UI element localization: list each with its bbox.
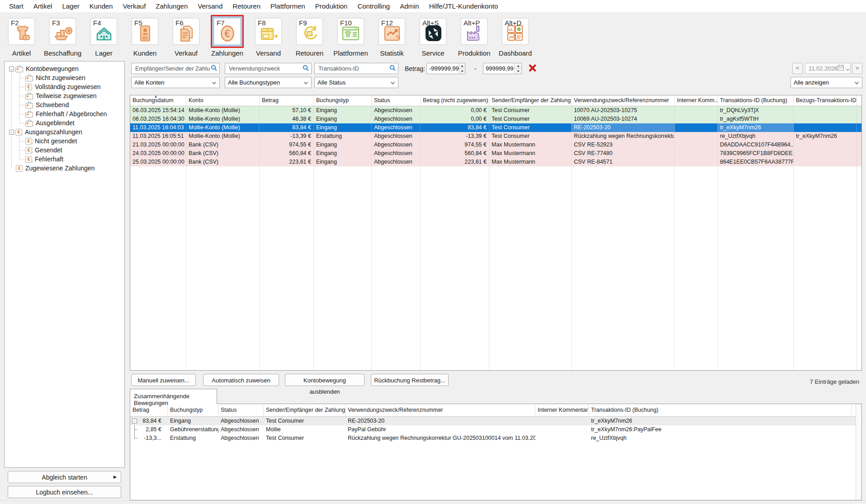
kontobewegung-ausblenden-button[interactable]: Kontobewegung ausblenden [285, 374, 364, 386]
related-column-header-sender-empfänger-der-zahlung[interactable]: Sender/Empfänger der Zahlung [264, 405, 345, 416]
toolbar-button-artikel[interactable]: F2Artikel [1, 12, 42, 57]
related-column-header-interner-kommentar[interactable]: Interner Kommentar [535, 405, 589, 416]
toolbar-button-produktion[interactable]: Alt+PProduktion [454, 12, 495, 57]
toolbar-button-plattformen[interactable]: F10Plattformen [330, 12, 371, 57]
payment-row[interactable]: 25.03.2025 00:00:00Bank (CSV)223,61 €Ein… [130, 158, 861, 166]
anzeigen-dropdown[interactable]: Alle anzeigen [790, 77, 862, 88]
search-verwendungszweck-field[interactable] [225, 63, 312, 74]
tab-zusammenhaengende-bewegungen[interactable]: Zusammenhängende Bewegungen [130, 389, 217, 404]
menu-item-zahlungen[interactable]: Zahlungen [151, 2, 193, 10]
tree-expander[interactable]: - [132, 417, 138, 425]
column-header-bezugs-transaktions-id[interactable]: Bezugs-Transaktions-ID [794, 95, 857, 106]
stepper-down-icon[interactable] [459, 69, 465, 74]
tree-item-fehlerhaft[interactable]: €→Fehlerhaft [5, 155, 124, 164]
menu-item-kunden[interactable]: Kunden [85, 2, 118, 10]
payment-row[interactable]: 06.03.2025 16:04:30Mollie-Konto (Mollie)… [130, 115, 861, 123]
konten-dropdown[interactable]: Alle Konten [131, 77, 220, 88]
tree-item-schwebend[interactable]: Schwebend [5, 100, 124, 109]
manuell-zuweisen-button[interactable]: Manuell zuweisen... [131, 374, 196, 386]
column-header-verwendungszweck-referenznummer[interactable]: Verwendungszweck/Referenznummer [572, 95, 675, 106]
abgleich-starten-button[interactable]: Abgleich starten ▶ [8, 471, 121, 483]
search-transaktions-id-field[interactable] [314, 63, 398, 74]
column-header-konto[interactable]: Konto [186, 95, 260, 106]
payment-row[interactable]: 11.03.2025 16:04:03Mollie-Konto (Mollie)… [130, 123, 861, 132]
betrag-min-stepper[interactable] [459, 63, 465, 74]
toolbar-button-service[interactable]: Alt+SService [412, 12, 454, 57]
vertical-scrollbar[interactable] [856, 404, 861, 500]
tree-item-zugewiesene-zahlungen[interactable]: €Zugewiesene Zahlungen [5, 164, 124, 173]
tree-item-fehlerhaft-abgebrochen[interactable]: Fehlerhaft / Abgebrochen [5, 109, 124, 118]
search-sender-field[interactable] [131, 63, 220, 74]
stepper-up-icon[interactable] [515, 63, 521, 69]
related-column-header-verwendungszweck-referenznummer[interactable]: Verwendungszweck/Referenznummer [345, 405, 535, 416]
status-dropdown[interactable]: Alle Status [314, 77, 398, 88]
date-prev-button[interactable]: < [792, 63, 803, 74]
column-header-betrag[interactable]: Betrag [260, 95, 314, 106]
menu-item-versand[interactable]: Versand [193, 2, 227, 10]
toolbar-button-statistik[interactable]: F12%Statistik [371, 12, 412, 57]
clear-filter-button[interactable] [527, 64, 537, 74]
date-picker-field[interactable]: 11.02.2026 [805, 63, 851, 74]
expander-icon[interactable]: - [9, 130, 14, 135]
logbuch-button[interactable]: Logbuch einsehen... [8, 486, 121, 498]
column-header-betrag-nicht-zugewiesen[interactable]: Betrag (nicht zugewiesen) [421, 95, 489, 106]
tree-item-nicht-gesendet[interactable]: €→Nicht gesendet [5, 137, 124, 146]
column-header-buchungsdatum[interactable]: Buchungsdatum [130, 95, 186, 106]
related-column-header-status[interactable]: Status [218, 405, 264, 416]
column-header-sender-empfänger-der-zahlung[interactable]: Sender/Empfänger der Zahlung [489, 95, 572, 106]
column-header-interner-komm[interactable]: Interner Komm... [675, 95, 718, 106]
related-column-header-buchungstyp[interactable]: Buchungstyp [168, 405, 218, 416]
payment-row[interactable]: 11.03.2025 16:05:51Mollie-Konto (Mollie)… [130, 132, 861, 141]
menu-item-start[interactable]: Start [4, 2, 28, 10]
betrag-min-value[interactable]: -999999,99 [427, 63, 459, 74]
toolbar-button-lager[interactable]: F4Lager [83, 12, 124, 57]
related-column-header-transaktions-id-buchung[interactable]: Transaktions-ID (Buchung) [589, 405, 852, 416]
column-header-status[interactable]: Status [372, 95, 421, 106]
menu-item-lager[interactable]: Lager [57, 2, 84, 10]
search-sender-input[interactable] [134, 65, 211, 72]
betrag-max-field[interactable]: 999999,99 [483, 63, 522, 74]
menu-item-admin[interactable]: Admin [395, 2, 424, 10]
toolbar-button-verkauf[interactable]: F6Verkauf [166, 12, 207, 57]
toolbar-button-zahlungen[interactable]: F7€Zahlungen [207, 12, 248, 57]
toolbar-button-retouren[interactable]: F9Retouren [289, 12, 330, 57]
date-next-button[interactable]: > [852, 63, 862, 74]
betrag-min-field[interactable]: -999999,99 [426, 63, 465, 74]
column-header-transaktions-id-buchung[interactable]: Transaktions-ID (Buchung) [718, 95, 794, 106]
tree-item-ausgangszahlungen[interactable]: -€→Ausgangszahlungen [5, 127, 124, 137]
expander-icon[interactable]: - [132, 419, 137, 424]
menu-item-controlling[interactable]: Controlling [352, 2, 395, 10]
automatisch-zuweisen-button[interactable]: Automatisch zuweisen [203, 374, 279, 386]
payment-row[interactable]: 24.03.2025 00:00:00Bank (CSV)560,84 €Ein… [130, 149, 861, 158]
stepper-up-icon[interactable] [459, 63, 465, 69]
menu-item-hilfe-jtl-kundenkonto[interactable]: Hilfe/JTL-Kundenkonto [424, 2, 503, 10]
related-movement-row[interactable]: -13,3...ErstattungAbgeschlossenTest Cons… [130, 434, 861, 443]
related-movement-row[interactable]: 2,85 €GebührenerstattungAbgeschlossenMol… [130, 425, 861, 434]
payment-row[interactable]: 06.03.2025 15:54:14Mollie-Konto (Mollie)… [130, 106, 861, 115]
menu-item-produktion[interactable]: Produktion [310, 2, 353, 10]
buchungstypen-dropdown[interactable]: Alle Buchungstypen [225, 77, 312, 88]
tree-item-kontobewegungen[interactable]: -Kontobewegungen [5, 64, 124, 73]
toolbar-button-kunden[interactable]: F5Kunden [124, 12, 166, 57]
tree-item-nicht-zugewiesen[interactable]: Nicht zugewiesen [5, 73, 124, 82]
expander-icon[interactable]: - [9, 66, 14, 71]
search-transaktions-id-input[interactable] [317, 65, 389, 72]
toolbar-button-dashboard[interactable]: Alt+DDashboard [495, 12, 536, 57]
payment-row[interactable]: 21.03.2025 00:00:00Bank (CSV)974,55 €Ein… [130, 141, 861, 149]
toolbar-button-beschaffung[interactable]: F3Beschaffung [42, 12, 83, 57]
toolbar-button-versand[interactable]: F8Versand [248, 12, 289, 57]
related-movement-row[interactable]: -83,84 €EingangAbgeschlossenTest Consume… [130, 417, 861, 425]
menu-item-artikel[interactable]: Artikel [28, 2, 57, 10]
rueckbuchung-restbetrag-button[interactable]: Rückbuchung Restbetrag... [371, 374, 449, 386]
search-verwendungszweck-input[interactable] [228, 65, 303, 72]
tree-item-gesendet[interactable]: €→Gesendet [5, 146, 124, 155]
menu-item-verkauf[interactable]: Verkauf [118, 2, 151, 10]
tree-item-ausgeblendet[interactable]: Ausgeblendet [5, 118, 124, 127]
related-column-header-betrag[interactable]: Betrag [130, 405, 168, 416]
menu-item-retouren[interactable]: Retouren [227, 2, 265, 10]
betrag-max-value[interactable]: 999999,99 [483, 63, 514, 74]
menu-item-plattformen[interactable]: Plattformen [265, 2, 310, 10]
tree-item-teilweise-zugewiesen[interactable]: Teilweise zugewiesen [5, 91, 124, 100]
column-header-buchungstyp[interactable]: Buchungstyp [314, 95, 372, 106]
betrag-max-stepper[interactable] [514, 63, 521, 74]
